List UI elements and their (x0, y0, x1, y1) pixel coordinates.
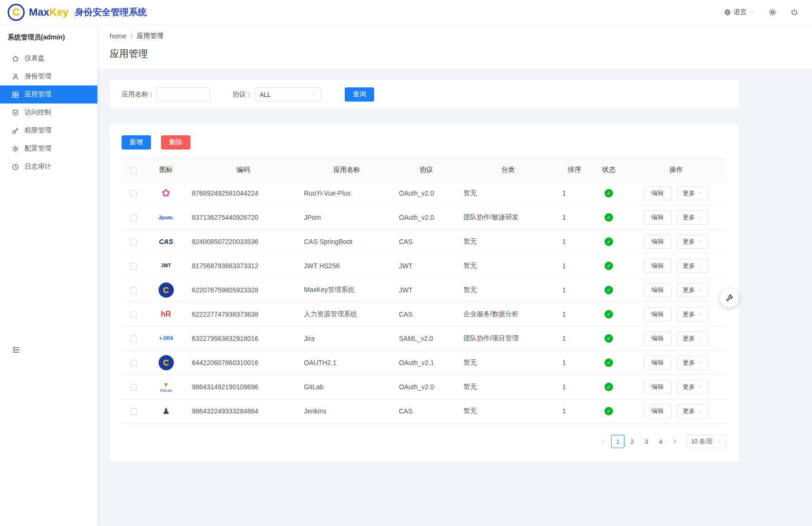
next-page-button[interactable] (669, 435, 680, 448)
app-code: 876892492581044224 (187, 181, 299, 206)
app-category: 暂无 (459, 230, 557, 254)
filter-panel: 应用名称： 协议： ALL 查询 (109, 80, 739, 109)
edit-button[interactable]: 编辑 (644, 283, 671, 297)
more-button[interactable]: 更多 (677, 235, 708, 249)
page-button-2[interactable]: 2 (625, 435, 639, 448)
table-row: ✿ 876892492581044224 RuoYi-Vue-Plus OAut… (122, 181, 727, 206)
sidebar-item-dashboard[interactable]: 仪表盘 (0, 49, 97, 67)
edit-button[interactable]: 编辑 (644, 356, 671, 370)
status-enabled-icon: ✓ (604, 286, 613, 294)
page-title: 应用管理 (110, 47, 800, 60)
edit-button[interactable]: 编辑 (644, 259, 671, 273)
sidebar-item-config[interactable]: 配置管理 (0, 140, 97, 158)
app-protocol: JWT (394, 254, 459, 278)
row-checkbox[interactable] (130, 336, 137, 342)
edit-button[interactable]: 编辑 (644, 210, 671, 225)
sidebar-item-access[interactable]: 访问控制 (0, 103, 97, 122)
app-name-input[interactable] (156, 87, 210, 102)
protocol-select-value: ALL (260, 91, 271, 98)
app-name: RuoYi-Vue-Plus (299, 181, 394, 206)
gitlab-logo: ▼GitLab (155, 377, 177, 397)
breadcrumb-home-link[interactable]: home (110, 32, 126, 40)
row-checkbox[interactable] (130, 239, 137, 245)
add-button[interactable]: 新增 (122, 135, 151, 150)
content-area: 应用名称： 协议： ALL 查询 新增 删除 (97, 69, 812, 474)
more-button[interactable]: 更多 (677, 283, 708, 297)
cas-logo: CAS (155, 232, 177, 252)
row-checkbox[interactable] (130, 311, 137, 318)
logout-button[interactable] (790, 8, 799, 17)
app-sort: 1 (557, 278, 592, 302)
edit-button[interactable]: 编辑 (644, 404, 671, 418)
collapse-icon (12, 346, 20, 354)
app-sort: 1 (557, 206, 592, 230)
more-button[interactable]: 更多 (677, 356, 708, 370)
more-button[interactable]: 更多 (677, 307, 708, 321)
col-header-sort: 排序 (557, 159, 592, 181)
edit-button[interactable]: 编辑 (644, 380, 671, 394)
search-button[interactable]: 查询 (345, 87, 374, 102)
page-button-3[interactable]: 3 (640, 435, 653, 448)
status-enabled-icon: ✓ (604, 383, 613, 391)
edit-button[interactable]: 编辑 (644, 186, 671, 200)
status-enabled-icon: ✓ (604, 310, 613, 319)
more-button[interactable]: 更多 (677, 210, 708, 225)
page-header: home / 应用管理 应用管理 (97, 25, 812, 69)
current-user-label: 系统管理员(admin) (0, 25, 97, 49)
protocol-label: 协议： (233, 90, 253, 99)
theme-settings-button[interactable] (720, 289, 739, 308)
select-all-checkbox[interactable] (130, 167, 137, 174)
page-size-select[interactable]: 10 条/页 (686, 435, 727, 448)
more-button[interactable]: 更多 (677, 259, 708, 273)
row-checkbox[interactable] (130, 215, 137, 221)
app-protocol: CAS (394, 399, 459, 423)
table-row: ✦JIRA 632279563832918016 Jira SAML_v2.0 … (122, 327, 727, 351)
sidebar-item-identity[interactable]: 身份管理 (0, 67, 97, 85)
more-button[interactable]: 更多 (677, 404, 708, 418)
row-checkbox[interactable] (130, 263, 137, 270)
more-button[interactable]: 更多 (677, 331, 708, 346)
settings-button[interactable] (768, 8, 777, 17)
sidebar-item-audit[interactable]: 日志审计 (0, 158, 97, 176)
page-size-value: 10 条/页 (691, 438, 713, 446)
row-checkbox[interactable] (130, 384, 137, 391)
page-button-1[interactable]: 1 (611, 435, 624, 448)
col-header-status: 状态 (592, 159, 626, 181)
table-header-row: 图标 编码 应用名称 协议 分类 排序 状态 操作 (122, 159, 727, 181)
edit-button[interactable]: 编辑 (644, 307, 671, 321)
row-checkbox[interactable] (130, 190, 137, 197)
edit-button[interactable]: 编辑 (644, 235, 671, 249)
status-enabled-icon: ✓ (604, 237, 613, 246)
more-button[interactable]: 更多 (677, 380, 708, 394)
shield-icon (11, 109, 19, 117)
app-name: GitLab (299, 375, 394, 399)
protocol-select[interactable]: ALL (255, 87, 321, 102)
app-protocol: CAS (394, 230, 459, 254)
delete-button[interactable]: 删除 (161, 135, 190, 150)
chevron-down-icon (697, 215, 703, 220)
status-enabled-icon: ✓ (604, 407, 613, 415)
row-checkbox[interactable] (130, 287, 137, 294)
sidebar-collapse-button[interactable] (11, 346, 21, 355)
jwt-logo: JWT (155, 256, 177, 276)
app-name: OAUTH2.1 (299, 351, 394, 375)
table-panel: 新增 删除 图标 编码 应用名称 协议 分类 (109, 124, 739, 462)
language-selector[interactable]: 语言 (724, 8, 755, 17)
table-row: JWT 817568793663373312 JWT HS256 JWT 暂无 … (122, 254, 727, 278)
app-category: 团队协作/项目管理 (459, 327, 557, 351)
prev-page-button[interactable] (598, 435, 609, 448)
page-button-4[interactable]: 4 (654, 435, 667, 448)
sidebar-item-apps[interactable]: 应用管理 (0, 85, 97, 103)
edit-button[interactable]: 编辑 (644, 331, 671, 346)
status-enabled-icon: ✓ (604, 334, 613, 343)
chevron-down-icon (749, 9, 755, 15)
app-protocol: JWT (394, 278, 459, 302)
app-code: 986431492190109696 (187, 375, 299, 399)
app-name: MaxKey管理系统 (299, 278, 394, 302)
sidebar-item-permission[interactable]: 权限管理 (0, 122, 97, 140)
row-checkbox[interactable] (130, 360, 137, 366)
more-button[interactable]: 更多 (677, 186, 708, 200)
chevron-down-icon (697, 239, 703, 244)
app-category: 企业服务/数据分析 (459, 302, 557, 327)
row-checkbox[interactable] (130, 408, 137, 415)
